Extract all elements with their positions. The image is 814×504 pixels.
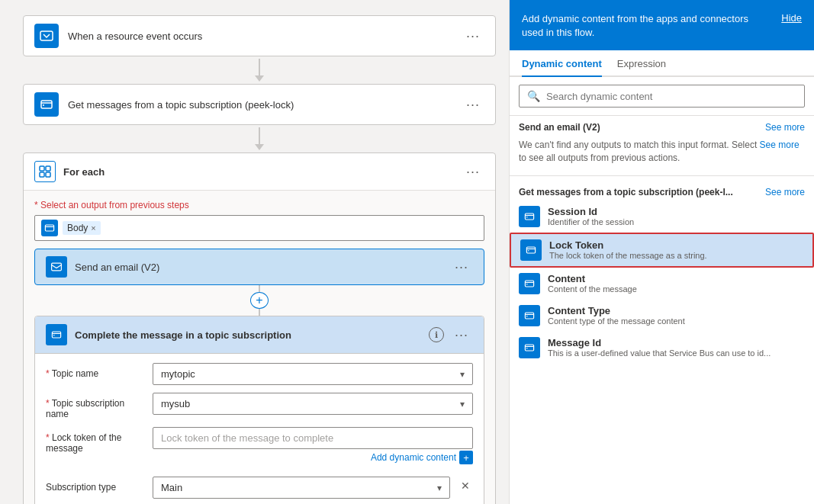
svg-rect-1 [41,101,52,108]
step-resource-event-menu[interactable]: ··· [462,27,484,46]
foreach-menu[interactable]: ··· [462,162,484,181]
dynamic-content-panel: Add dynamic content from the apps and co… [509,0,814,504]
no-outputs-see-more[interactable]: See more [760,140,800,150]
dynamic-item-content[interactable]: Content Content of the message [510,268,814,300]
plus-line-bottom [259,309,260,316]
hide-panel-button[interactable]: Hide [781,12,802,24]
topic-sub-input[interactable]: mysub ▾ [153,393,473,415]
arrow-head-2 [255,144,264,150]
panel-header: Add dynamic content from the apps and co… [510,0,814,50]
panel-header-text: Add dynamic content from the apps and co… [522,12,766,40]
no-outputs-text: We can't find any outputs to match this … [510,136,814,171]
complete-info-icon[interactable]: ℹ [429,327,444,342]
step-get-messages[interactable]: Get messages from a topic subscription (… [23,84,496,125]
arrow-line-1 [259,59,260,75]
get-messages-section-title: Get messages from a topic subscription (… [519,187,733,197]
step-resource-event[interactable]: When a resource event occurs ··· [23,15,496,56]
search-icon: 🔍 [527,90,540,102]
topic-sub-chevron: ▾ [460,399,465,409]
svg-rect-15 [525,281,533,287]
get-messages-section-header: Get messages from a topic subscription (… [510,181,814,201]
select-output-label: * Select an output from previous steps [34,200,484,210]
lock-token-dyn-name: Lock Token [549,239,707,251]
section-divider-1 [510,175,814,176]
complete-header[interactable]: Complete the message in a topic subscrip… [35,316,484,354]
lock-token-row: * Lock token of themessage Lock token of… [46,427,473,469]
complete-body: * Topic name mytopic ▾ * Topic subscript… [35,354,484,504]
topic-sub-label: * Topic subscriptionname [46,393,145,419]
svg-rect-6 [46,172,50,177]
lock-token-dyn-desc: The lock token of the message as a strin… [549,251,707,260]
body-tag-remove[interactable]: × [91,223,95,233]
body-tag: Body × [63,221,101,235]
sub-type-remove[interactable]: ✕ [458,477,473,495]
send-email-see-more[interactable]: See more [765,122,805,133]
complete-title: Complete the message in a topic subscrip… [75,329,429,341]
svg-rect-3 [40,166,44,171]
send-email-section-title: Send an email (V2) [519,122,600,133]
body-tag-label: Body [67,223,88,233]
foreach-title: For each [63,166,462,178]
sub-type-input[interactable]: Main ▾ [153,477,450,499]
complete-menu[interactable]: ··· [450,326,473,345]
search-box[interactable]: 🔍 [519,85,805,108]
body-tag-icon [41,220,58,236]
foreach-body: * Select an output from previous steps B… [24,191,495,504]
topic-name-chevron: ▾ [460,369,465,380]
get-messages-icon [34,92,59,117]
panel-search: 🔍 [510,77,814,116]
svg-point-10 [53,335,55,336]
dynamic-item-lock-token[interactable]: Lock Token The lock token of the message… [510,233,814,268]
tag-input[interactable]: Body × [34,215,484,241]
send-email-section-header: Send an email (V2) See more [510,116,814,136]
step-resource-event-label: When a resource event occurs [68,30,462,42]
foreach-header[interactable]: For each ··· [24,153,495,191]
tab-expression[interactable]: Expression [617,50,666,77]
send-email-label: Send an email (V2) [75,262,450,273]
panel-content: Send an email (V2) See more We can't fin… [510,116,814,504]
plus-line-top [259,285,260,292]
message-id-dyn-desc: This is a user-defined value that Servic… [548,348,771,358]
step-send-email[interactable]: Send an email (V2) ··· [34,249,484,285]
message-id-dyn-name: Message Id [548,337,771,348]
dynamic-item-message-id[interactable]: Message Id This is a user-defined value … [510,332,814,364]
svg-rect-9 [52,332,60,338]
arrow-2 [255,127,264,150]
connector-2 [23,125,496,152]
dynamic-item-session-id[interactable]: Session Id Identifier of the session [510,201,814,233]
content-dyn-desc: Content of the message [548,284,637,294]
session-id-dyn-icon [519,206,540,227]
svg-point-14 [528,250,529,252]
content-type-dyn-desc: Content type of the message content [548,316,685,326]
add-step-button[interactable]: + [250,292,269,309]
complete-step-icon [46,324,67,345]
dynamic-item-content-type[interactable]: Content Type Content type of the message… [510,300,814,332]
topic-name-label: * Topic name [46,363,145,379]
send-email-menu[interactable]: ··· [450,258,473,277]
session-id-dyn-name: Session Id [548,206,634,217]
svg-rect-0 [40,31,53,40]
topic-sub-value: mysub [161,398,190,409]
svg-point-16 [526,284,528,285]
tab-dynamic-content[interactable]: Dynamic content [522,50,602,77]
resource-event-icon [34,24,59,48]
content-type-dyn-icon [519,305,540,326]
content-dyn-name: Content [548,273,637,284]
topic-name-input[interactable]: mytopic ▾ [153,363,473,385]
search-input[interactable] [546,91,796,102]
add-dynamic-content-row[interactable]: Add dynamic content + [153,451,473,464]
lock-token-label: * Lock token of themessage [46,427,145,454]
lock-token-input[interactable]: Lock token of the message to complete [153,427,473,449]
add-dynamic-icon[interactable]: + [459,451,473,464]
plus-connector: + [34,285,484,316]
sub-type-chevron: ▾ [437,483,442,493]
arrow-1 [255,59,264,82]
foreach-icon [34,161,56,182]
get-messages-see-more[interactable]: See more [765,187,805,197]
no-outputs-prefix: We can't find any outputs to match this … [519,140,760,150]
step-get-messages-menu[interactable]: ··· [462,95,484,114]
sub-type-value: Main [161,482,182,493]
svg-rect-5 [40,172,44,177]
topic-name-value: mytopic [161,368,195,380]
svg-point-2 [43,104,44,106]
